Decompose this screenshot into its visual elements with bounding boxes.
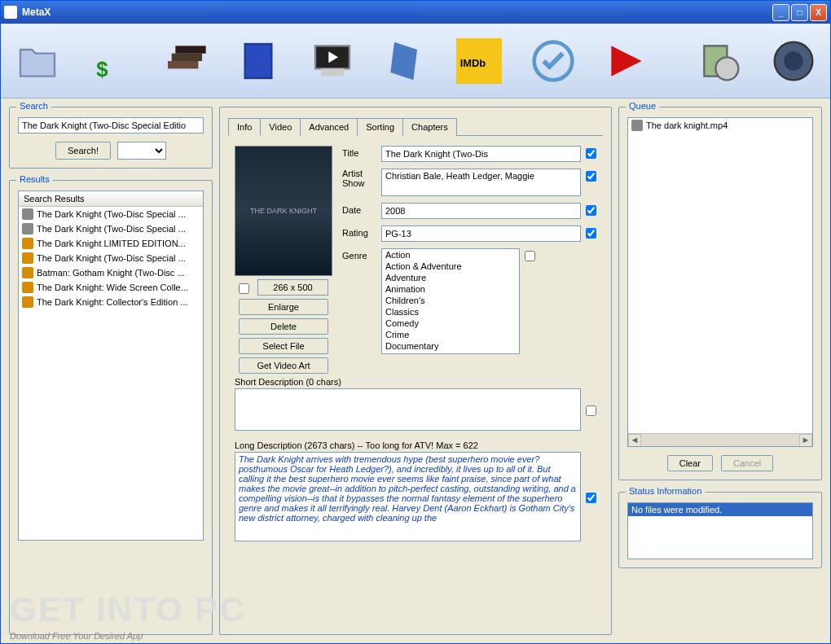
search-panel-title: Search: [16, 101, 51, 111]
source-icon: [22, 208, 33, 220]
short-desc-input[interactable]: [235, 388, 581, 431]
source-icon: [22, 238, 33, 249]
title-input[interactable]: [381, 146, 581, 162]
close-button[interactable]: X: [810, 4, 827, 21]
queue-scrollbar[interactable]: ◄ ►: [628, 433, 812, 446]
rating-select[interactable]: [381, 226, 581, 242]
imdb-button[interactable]: IMDb: [452, 32, 506, 90]
results-header: Search Results: [19, 191, 203, 207]
editor-panel: InfoVideoAdvancedSortingChapters THE DAR…: [219, 107, 612, 635]
titlebar: MetaX _ □ X: [1, 1, 830, 24]
scroll-right-icon[interactable]: ►: [799, 434, 812, 447]
result-text: The Dark Knight: Collector's Edition ...: [37, 297, 188, 307]
genre-item[interactable]: Comedy: [382, 318, 519, 329]
result-item[interactable]: The Dark Knight: Collector's Edition ...: [19, 295, 203, 309]
svg-point-13: [716, 57, 739, 80]
get-video-art-button[interactable]: Get Video Art: [239, 357, 328, 374]
write-button[interactable]: [600, 32, 653, 90]
short-desc-label: Short Description (0 chars): [235, 377, 596, 387]
app-icon: [4, 6, 17, 19]
tab-info[interactable]: Info: [228, 118, 261, 136]
tab-bar: InfoVideoAdvancedSortingChapters: [228, 117, 603, 136]
cancel-button[interactable]: Cancel: [721, 455, 773, 471]
source-icon: [22, 267, 33, 278]
poster-image[interactable]: THE DARK KNIGHT: [235, 146, 332, 276]
result-item[interactable]: The Dark Knight (Two-Disc Special ...: [19, 221, 203, 236]
artist-checkbox[interactable]: [586, 171, 596, 182]
result-text: The Dark Knight (Two-Disc Special ...: [37, 253, 186, 263]
svg-text:IMDb: IMDb: [460, 57, 486, 69]
artist-label: Artist: [342, 169, 376, 178]
genre-item[interactable]: Crime: [382, 329, 519, 340]
svg-rect-3: [175, 46, 205, 53]
maximize-button[interactable]: □: [791, 4, 808, 21]
minimize-button[interactable]: _: [772, 4, 789, 21]
results-list[interactable]: Search Results The Dark Knight (Two-Disc…: [18, 191, 204, 541]
date-input[interactable]: [381, 203, 581, 219]
result-item[interactable]: The Dark Knight (Two-Disc Special ...: [19, 251, 203, 265]
purchase-button[interactable]: $: [84, 32, 138, 90]
poster-checkbox[interactable]: [239, 283, 249, 294]
search-input[interactable]: [18, 117, 204, 134]
long-desc-input[interactable]: The Dark Knight arrives with tremendous …: [235, 452, 581, 541]
svg-rect-1: [168, 61, 198, 68]
result-text: The Dark Knight: Wide Screen Colle...: [37, 283, 188, 292]
result-item[interactable]: Batman: Gotham Knight (Two-Disc ...: [19, 265, 203, 280]
result-item[interactable]: The Dark Knight (Two-Disc Special ...: [19, 207, 203, 221]
long-desc-checkbox[interactable]: [586, 493, 596, 503]
select-file-button[interactable]: Select File: [239, 338, 328, 354]
result-item[interactable]: The Dark Knight LIMITED EDITION...: [19, 236, 203, 251]
source-icon: [22, 296, 33, 308]
source-icon: [22, 252, 33, 264]
genre-item[interactable]: Action & Adventure: [382, 261, 519, 272]
genre-item[interactable]: Animation: [382, 283, 519, 295]
library-button[interactable]: [158, 32, 212, 90]
genre-item[interactable]: Adventure: [382, 272, 519, 283]
svg-rect-4: [245, 44, 272, 78]
genre-item[interactable]: Classics: [382, 306, 519, 318]
status-line: No files were modified.: [628, 503, 812, 516]
result-item[interactable]: The Dark Knight: Wide Screen Colle...: [19, 280, 203, 295]
show-label: Show: [342, 178, 376, 188]
queue-panel-title: Queue: [626, 101, 659, 111]
artist-input[interactable]: Christian Bale, Heath Ledger, Maggie: [381, 169, 581, 196]
file-icon: [631, 120, 643, 131]
short-desc-checkbox[interactable]: [586, 405, 596, 416]
genre-list[interactable]: ActionAction & AdventureAdventureAnimati…: [381, 248, 520, 354]
search-button[interactable]: Search!: [55, 142, 111, 160]
settings-button[interactable]: [692, 32, 746, 90]
title-checkbox[interactable]: [586, 148, 596, 159]
scroll-left-icon[interactable]: ◄: [628, 434, 641, 447]
result-text: The Dark Knight LIMITED EDITION...: [37, 239, 186, 248]
queue-list[interactable]: The dark knight.mp4 ◄ ►: [627, 117, 813, 447]
svg-text:$: $: [96, 57, 108, 80]
film-button[interactable]: [379, 32, 433, 90]
clear-button[interactable]: Clear: [667, 455, 713, 471]
date-checkbox[interactable]: [586, 205, 596, 216]
genre-item[interactable]: Documentary: [382, 340, 519, 352]
rating-checkbox[interactable]: [586, 228, 596, 239]
status-panel: Status Information No files were modifie…: [618, 492, 822, 568]
tab-video[interactable]: Video: [260, 118, 301, 136]
delete-button[interactable]: Delete: [239, 318, 328, 335]
queue-item-text: The dark knight.mp4: [646, 120, 728, 130]
source-icon: [22, 282, 33, 293]
search-source-select[interactable]: [117, 142, 166, 160]
genre-checkbox[interactable]: [525, 251, 535, 261]
status-list: No files were modified.: [627, 502, 813, 559]
genre-item[interactable]: Children's: [382, 295, 519, 306]
apply-button[interactable]: [526, 32, 580, 90]
date-label: Date: [342, 203, 376, 215]
open-folder-button[interactable]: [11, 32, 64, 90]
lens-button[interactable]: [767, 32, 820, 90]
genre-item[interactable]: Action: [382, 249, 519, 261]
tab-sorting[interactable]: Sorting: [357, 118, 403, 136]
queue-item[interactable]: The dark knight.mp4: [628, 118, 812, 133]
book-button[interactable]: [231, 32, 285, 90]
enlarge-button[interactable]: Enlarge: [239, 299, 328, 315]
tab-advanced[interactable]: Advanced: [300, 118, 358, 136]
source-icon: [22, 223, 33, 234]
genre-label: Genre: [342, 248, 376, 261]
video-button[interactable]: [305, 32, 358, 90]
tab-chapters[interactable]: Chapters: [402, 118, 457, 136]
